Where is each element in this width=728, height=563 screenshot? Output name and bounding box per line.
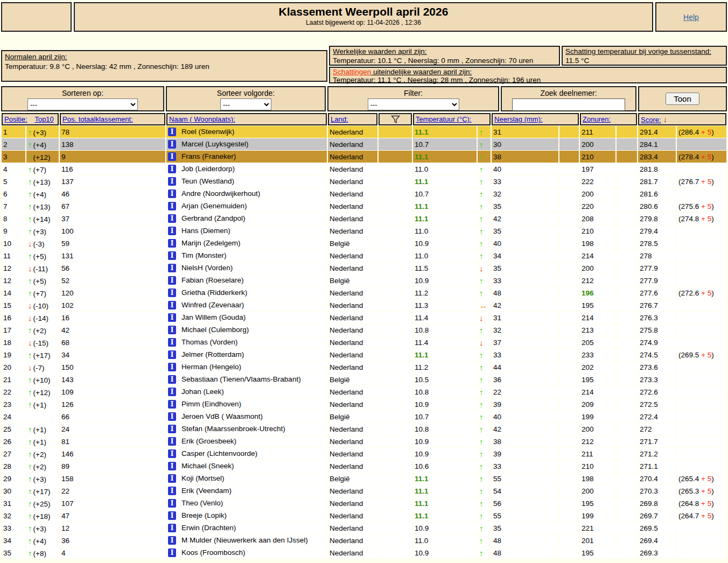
info-icon[interactable]: I bbox=[168, 462, 176, 470]
info-icon[interactable]: I bbox=[168, 264, 176, 272]
rank-change-value: (+1) bbox=[33, 426, 46, 434]
trend-cell: ↓ bbox=[478, 336, 491, 348]
info-icon[interactable]: I bbox=[168, 474, 176, 483]
score-cell: 274.5 bbox=[638, 349, 676, 361]
info-icon[interactable]: I bbox=[168, 152, 176, 161]
zonuren-sort-link[interactable]: Zonuren: bbox=[583, 115, 611, 123]
filter-spacer-cell bbox=[379, 473, 412, 484]
participant-name: Marcel (Luyksgestel) bbox=[181, 140, 249, 148]
help-link[interactable]: Help bbox=[683, 13, 699, 22]
trend-cell: ↑ bbox=[478, 225, 491, 237]
info-icon[interactable]: I bbox=[168, 189, 176, 198]
info-icon[interactable]: I bbox=[168, 276, 176, 285]
info-icon[interactable]: I bbox=[168, 536, 176, 545]
temperatuur-sort-link[interactable]: Temperatuur (°C): bbox=[416, 115, 471, 123]
info-icon[interactable]: I bbox=[168, 425, 176, 433]
position-cell: 31 bbox=[2, 497, 25, 509]
info-icon[interactable]: I bbox=[168, 177, 176, 186]
rank-change-up-icon: ↑ bbox=[28, 474, 32, 483]
top-header-row: Klassement Weerpoll april 2026 Laatst bi… bbox=[0, 0, 728, 32]
info-icon[interactable]: I bbox=[168, 350, 176, 359]
info-icon[interactable]: I bbox=[168, 388, 176, 396]
precipitation-cell: 34 bbox=[492, 250, 558, 262]
info-icon[interactable]: I bbox=[168, 524, 176, 532]
position-cell: 23 bbox=[2, 398, 25, 410]
info-icon[interactable]: I bbox=[168, 140, 176, 149]
sunhours-value: 205 bbox=[582, 339, 594, 347]
spacer-cell bbox=[617, 262, 637, 274]
spacer-cell bbox=[559, 349, 579, 361]
top10-sort-link[interactable]: Top10 bbox=[34, 115, 53, 123]
land-sort-link[interactable]: Land: bbox=[331, 115, 348, 123]
overall-position-cell: 116 bbox=[60, 163, 165, 175]
info-icon[interactable]: I bbox=[168, 251, 176, 260]
table-row: 21↑(+10)143ISebastiaan (Tienen/Vlaams-Br… bbox=[2, 374, 726, 385]
sunhours-cell: 202 bbox=[580, 361, 615, 373]
info-icon[interactable]: I bbox=[168, 363, 176, 371]
info-icon[interactable]: I bbox=[168, 202, 176, 210]
sunhours-cell: 196 bbox=[580, 287, 615, 299]
rank-change-up-icon: ↑ bbox=[28, 449, 32, 459]
estimates-link[interactable]: Schattingen bbox=[333, 68, 371, 76]
bonus-cell: (265.4 + 5) bbox=[677, 473, 726, 484]
info-icon[interactable]: I bbox=[168, 288, 176, 297]
temperature-cell: 11.0 bbox=[413, 534, 477, 546]
name-cell: IWinfred (Zevenaar) bbox=[166, 299, 327, 311]
actual-values-title: Werkelijke waarden april zijn: bbox=[333, 47, 427, 55]
info-icon[interactable]: I bbox=[168, 239, 176, 248]
bonus-cell bbox=[677, 237, 726, 249]
info-icon[interactable]: I bbox=[168, 326, 176, 334]
precipitation-cell: 33 bbox=[492, 275, 558, 286]
info-icon[interactable]: I bbox=[168, 214, 176, 223]
trend-cell: ↑ bbox=[478, 510, 491, 522]
precipitation-cell: 44 bbox=[492, 361, 558, 373]
bonus-cell bbox=[677, 336, 726, 348]
name-cell: IGerbrand (Zandpol) bbox=[166, 213, 327, 224]
info-icon[interactable]: I bbox=[168, 487, 176, 495]
temperature-value: 11.1 bbox=[415, 153, 429, 161]
pos-totaal-sort-link[interactable]: Pos. totaalklassement: bbox=[62, 115, 133, 123]
info-icon[interactable]: I bbox=[168, 548, 176, 557]
info-icon[interactable]: I bbox=[168, 301, 176, 309]
sort-order-select[interactable]: --- bbox=[220, 98, 271, 110]
info-icon[interactable]: I bbox=[168, 400, 176, 409]
sunhours-cell: 195 bbox=[580, 374, 615, 385]
info-icon[interactable]: I bbox=[168, 338, 176, 347]
temperature-cell: 10.8 bbox=[413, 423, 477, 435]
precipitation-cell: 42 bbox=[492, 423, 558, 435]
temperature-value: 11.2 bbox=[415, 363, 428, 371]
info-icon[interactable]: I bbox=[168, 437, 176, 446]
trend-up-icon: ↑ bbox=[479, 425, 484, 434]
sort-by-select[interactable]: --- bbox=[27, 98, 138, 110]
positie-sort-link[interactable]: Positie: bbox=[4, 115, 27, 123]
overall-position-cell: 109 bbox=[60, 386, 165, 398]
spacer-cell bbox=[559, 312, 579, 323]
info-icon[interactable]: I bbox=[168, 511, 176, 520]
trend-cell: ↑ bbox=[478, 287, 491, 299]
score-sort-link[interactable]: Score: bbox=[641, 116, 661, 124]
info-icon[interactable]: I bbox=[168, 375, 176, 384]
neerslag-sort-link[interactable]: Neerslag (mm): bbox=[494, 115, 543, 123]
spacer-cell bbox=[617, 126, 637, 138]
top10-change-cell: ↑(+13) bbox=[26, 200, 59, 212]
search-input[interactable] bbox=[512, 98, 625, 111]
info-icon[interactable]: I bbox=[168, 165, 176, 173]
filter-funnel-icon[interactable] bbox=[391, 115, 400, 124]
overall-position-cell: 120 bbox=[60, 287, 165, 299]
info-icon[interactable]: I bbox=[168, 313, 176, 322]
info-icon[interactable]: I bbox=[168, 412, 176, 421]
info-icon[interactable]: I bbox=[168, 499, 176, 508]
info-icon[interactable]: I bbox=[168, 227, 176, 235]
show-button[interactable]: Toon bbox=[666, 93, 699, 105]
naam-sort-link[interactable]: Naam ( Woonplaats): bbox=[169, 115, 235, 123]
sunhours-value: 200 bbox=[582, 264, 594, 272]
sunhours-cell: 233 bbox=[580, 349, 615, 361]
spacer-cell bbox=[559, 398, 579, 410]
precipitation-cell: 42 bbox=[492, 299, 558, 311]
sunhours-value: 201 bbox=[582, 537, 594, 545]
info-icon[interactable]: I bbox=[168, 449, 176, 458]
score-cell: 269.4 bbox=[638, 534, 676, 546]
info-icon[interactable]: I bbox=[168, 128, 176, 136]
rank-change-up-icon: ↑ bbox=[28, 165, 32, 174]
filter-select[interactable]: --- bbox=[368, 98, 459, 110]
